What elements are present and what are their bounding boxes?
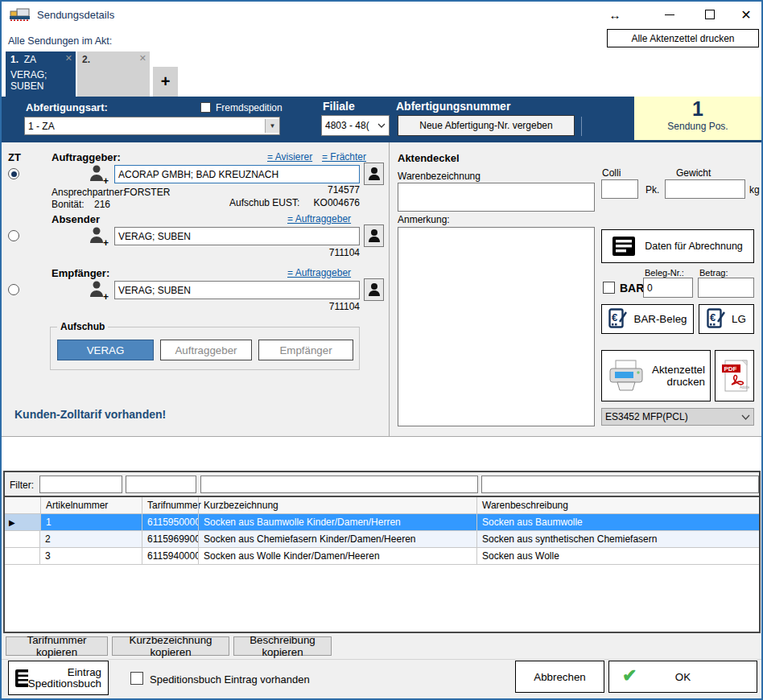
col-header-kurzbezeichnung[interactable]: Kurzbezeichnung bbox=[198, 497, 476, 513]
empfaenger-input[interactable] bbox=[114, 281, 360, 299]
auftraggeber-radio[interactable] bbox=[8, 168, 19, 179]
anmerkung-textarea[interactable] bbox=[398, 227, 595, 426]
minimize-icon bbox=[665, 14, 674, 15]
col-header-artikelnummer[interactable]: Artikelnummer bbox=[40, 497, 142, 513]
auftraggeber-input[interactable] bbox=[114, 165, 360, 183]
warenbezeichnung-textarea[interactable] bbox=[398, 183, 595, 212]
fremdspedition-checkbox[interactable] bbox=[200, 102, 211, 113]
copy-beschreibung-button[interactable]: Beschreibung kopieren bbox=[233, 636, 332, 656]
empfaenger-radio[interactable] bbox=[8, 284, 19, 295]
fraechter-link[interactable]: = Frächter bbox=[322, 151, 366, 163]
table-row-3[interactable]: 3 61159400000 Socken aus Wolle Kinder/Da… bbox=[5, 548, 759, 565]
neue-abfertigungsnr-button[interactable]: Neue Abfertigung-Nr. vergeben bbox=[398, 115, 575, 136]
empfaenger-number: 711104 bbox=[279, 301, 360, 312]
col-header-warenbeschreibung[interactable]: Warenbeschreibung bbox=[476, 497, 759, 513]
colli-label: Colli bbox=[602, 167, 621, 179]
colli-input[interactable] bbox=[601, 179, 638, 199]
gewicht-label: Gewicht bbox=[676, 167, 711, 179]
bar-beleg-label: BAR-Beleg bbox=[634, 313, 687, 325]
aktenzettel-drucken-button[interactable]: Aktenzettel drucken bbox=[601, 350, 711, 401]
warenbezeichnung-label: Warenbezeichnung bbox=[398, 171, 480, 182]
ok-button[interactable]: ✔ OK bbox=[608, 661, 757, 693]
cell-warenbeschreibung: Socken aus Wolle bbox=[476, 548, 759, 564]
resize-icon[interactable]: ↔ bbox=[605, 6, 625, 23]
bonitaet-label: Bonität: bbox=[52, 199, 85, 210]
filter-tarifnummer-input[interactable] bbox=[126, 476, 196, 493]
avisierer-link[interactable]: = Avisierer bbox=[267, 151, 312, 163]
filter-artikelnummer-input[interactable] bbox=[39, 476, 122, 493]
panel-divider bbox=[389, 142, 390, 436]
fremdspedition-label: Fremdspedition bbox=[216, 102, 283, 113]
bar-label: BAR bbox=[620, 282, 644, 294]
gewicht-input[interactable] bbox=[665, 179, 745, 199]
tab2-close-icon[interactable]: ✕ bbox=[139, 53, 146, 64]
check-icon: ✔ bbox=[622, 665, 637, 686]
maximize-button[interactable] bbox=[700, 6, 720, 23]
add-tab-button[interactable]: + bbox=[153, 67, 178, 97]
empfaenger-contact-button[interactable] bbox=[364, 278, 384, 301]
beleg-nr-input[interactable] bbox=[643, 278, 693, 298]
col-header-tarifnummer[interactable]: Tarifnummer bbox=[142, 497, 198, 513]
person-icon bbox=[368, 282, 381, 297]
tab1-line2: SUBEN bbox=[10, 80, 71, 92]
lg-button[interactable]: € LG bbox=[699, 304, 754, 334]
auftraggeber-contact-button[interactable] bbox=[364, 163, 384, 185]
abfertigungsart-select[interactable]: 1 - ZA ▼ bbox=[24, 117, 280, 135]
empfaenger-label: Empfänger: bbox=[52, 267, 109, 279]
absender-input[interactable] bbox=[114, 227, 360, 245]
svg-text:Adobe: Adobe bbox=[740, 385, 749, 389]
tab-shipment-1[interactable]: ✕ 1. ZA VERAG; SUBEN bbox=[6, 51, 76, 97]
absender-auftraggeber-link[interactable]: = Auftraggeber bbox=[287, 213, 351, 224]
auftraggeber-label: Auftraggeber: bbox=[52, 151, 121, 163]
copy-tarifnummer-button[interactable]: Tarifnummer kopieren bbox=[6, 636, 108, 656]
band-separator bbox=[581, 117, 582, 136]
radio-dot bbox=[11, 171, 17, 177]
tab-shipment-2[interactable]: ✕ 2. bbox=[77, 51, 150, 97]
all-shipments-label: Alle Sendungen im Akt: bbox=[8, 35, 112, 47]
filter-warenbeschreibung-input[interactable] bbox=[481, 476, 759, 493]
absender-contact-button[interactable] bbox=[364, 224, 384, 247]
footer: Tarifnummer kopieren Kurzbezeichnung kop… bbox=[2, 633, 761, 698]
colli-unit-label: Pk. bbox=[645, 184, 659, 196]
filter-kurzbezeichnung-input[interactable] bbox=[200, 476, 478, 493]
add-contact-icon[interactable]: + bbox=[87, 224, 109, 249]
table-row-1[interactable]: ▶ 1 61159500000 Socken aus Baumwolle Kin… bbox=[5, 514, 759, 531]
absender-radio[interactable] bbox=[8, 230, 19, 241]
add-contact-icon[interactable]: + bbox=[87, 163, 109, 187]
eintrag-speditionsbuch-button[interactable]: Eintrag Speditionsbuch bbox=[8, 661, 109, 695]
title-bar: Sendungsdetails ↔ ✕ bbox=[2, 2, 761, 27]
daten-fuer-abrechnung-button[interactable]: Daten für Abrechnung bbox=[601, 229, 754, 263]
close-button[interactable]: ✕ bbox=[736, 5, 757, 24]
position-label: Sendung Pos. bbox=[634, 121, 761, 132]
bar-beleg-button[interactable]: € BAR-Beleg bbox=[601, 304, 694, 334]
pdf-icon: PDF Adobe bbox=[720, 358, 749, 393]
print-all-aktenzettel-button[interactable]: Alle Aktenzettel drucken bbox=[607, 29, 759, 47]
euro-receipt-icon: € bbox=[608, 308, 628, 330]
aufschub-groupbox: Aufschub VERAG Auftraggeber Empfänger bbox=[50, 327, 360, 370]
app-logo-truck-icon bbox=[10, 7, 31, 24]
tab1-close-icon[interactable]: ✕ bbox=[65, 53, 72, 64]
add-contact-icon[interactable]: + bbox=[87, 278, 109, 303]
empfaenger-auftraggeber-link[interactable]: = Auftraggeber bbox=[287, 267, 351, 278]
speditionsbuch-label-line2: Speditionsbuch bbox=[28, 677, 101, 690]
speditionsbuch-vorhanden-checkbox[interactable] bbox=[130, 672, 143, 685]
minimize-button[interactable] bbox=[660, 6, 679, 23]
pdf-button[interactable]: PDF Adobe bbox=[715, 350, 754, 401]
betrag-input[interactable] bbox=[698, 278, 754, 298]
cancel-button[interactable]: Abbrechen bbox=[515, 661, 604, 693]
window-title: Sendungsdetails bbox=[37, 9, 114, 21]
abfertigungsart-value: 1 - ZA bbox=[28, 121, 55, 132]
aufschub-verag-button[interactable]: VERAG bbox=[57, 340, 154, 360]
bar-checkbox[interactable] bbox=[603, 282, 615, 294]
abfertigungsnummer-label: Abfertigungsnummer bbox=[396, 100, 510, 113]
aufschub-auftraggeber-button[interactable]: Auftraggeber bbox=[160, 340, 252, 360]
cell-kurzbezeichnung: Socken aus Chemiefasern Kinder/Damen/Hee… bbox=[198, 531, 476, 547]
abfertigungsart-label: Abfertigungsart: bbox=[26, 101, 108, 113]
cell-artikelnummer: 1 bbox=[40, 514, 142, 530]
aufschub-empfaenger-button[interactable]: Empfänger bbox=[258, 340, 353, 360]
printer-select[interactable]: ES3452 MFP(PCL) bbox=[601, 408, 754, 426]
table-row-2[interactable]: 2 61159699000 Socken aus Chemiefasern Ki… bbox=[5, 531, 759, 548]
copy-kurzbezeichnung-button[interactable]: Kurzbezeichnung kopieren bbox=[112, 636, 229, 656]
filiale-select[interactable]: 4803 - 48( bbox=[321, 115, 390, 136]
svg-text:+: + bbox=[103, 237, 109, 247]
